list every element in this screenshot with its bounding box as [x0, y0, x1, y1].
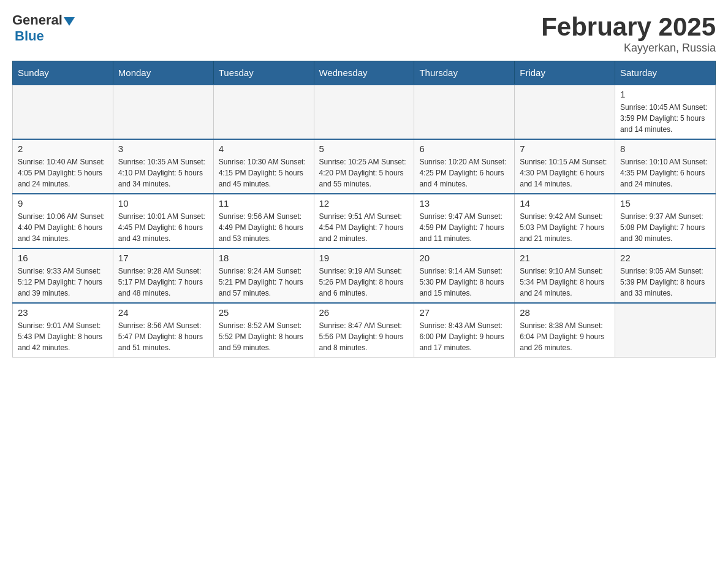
day-number: 9 [18, 198, 108, 209]
day-info: Sunrise: 9:42 AM Sunset: 5:03 PM Dayligh… [520, 211, 610, 244]
day-number: 10 [118, 198, 208, 209]
day-number: 23 [18, 307, 108, 318]
day-info: Sunrise: 8:43 AM Sunset: 6:00 PM Dayligh… [419, 320, 509, 353]
day-info: Sunrise: 9:51 AM Sunset: 4:54 PM Dayligh… [319, 211, 409, 244]
day-number: 27 [419, 307, 509, 318]
calendar-day-cell: 22Sunrise: 9:05 AM Sunset: 5:39 PM Dayli… [615, 248, 716, 303]
day-info: Sunrise: 8:47 AM Sunset: 5:56 PM Dayligh… [319, 320, 409, 353]
calendar-day-cell: 16Sunrise: 9:33 AM Sunset: 5:12 PM Dayli… [13, 248, 113, 303]
calendar-day-cell [314, 85, 414, 139]
day-number: 6 [419, 144, 509, 154]
calendar-week-row: 23Sunrise: 9:01 AM Sunset: 5:43 PM Dayli… [13, 303, 716, 358]
day-number: 5 [319, 144, 409, 154]
day-info: Sunrise: 10:10 AM Sunset: 4:35 PM Daylig… [620, 156, 710, 190]
day-number: 18 [219, 253, 309, 263]
calendar-day-cell [615, 303, 716, 358]
day-info: Sunrise: 10:40 AM Sunset: 4:05 PM Daylig… [18, 156, 108, 190]
day-info: Sunrise: 9:47 AM Sunset: 4:59 PM Dayligh… [419, 211, 509, 244]
day-number: 19 [319, 253, 409, 263]
calendar-day-cell: 6Sunrise: 10:20 AM Sunset: 4:25 PM Dayli… [414, 139, 515, 194]
calendar-day-cell: 3Sunrise: 10:35 AM Sunset: 4:10 PM Dayli… [113, 139, 213, 194]
day-number: 21 [520, 253, 610, 263]
calendar-day-cell: 27Sunrise: 8:43 AM Sunset: 6:00 PM Dayli… [414, 303, 515, 358]
calendar-day-cell: 25Sunrise: 8:52 AM Sunset: 5:52 PM Dayli… [213, 303, 314, 358]
day-of-week-header: Saturday [615, 61, 716, 85]
day-info: Sunrise: 10:35 AM Sunset: 4:10 PM Daylig… [118, 156, 208, 190]
logo-triangle-icon [64, 17, 75, 26]
day-number: 16 [18, 253, 108, 263]
calendar-day-cell: 24Sunrise: 8:56 AM Sunset: 5:47 PM Dayli… [113, 303, 213, 358]
calendar-week-row: 16Sunrise: 9:33 AM Sunset: 5:12 PM Dayli… [13, 248, 716, 303]
page-header: General Blue February 2025 Kayyerkan, Ru… [12, 12, 716, 55]
day-number: 4 [219, 144, 309, 154]
calendar-day-cell: 19Sunrise: 9:19 AM Sunset: 5:26 PM Dayli… [314, 248, 414, 303]
day-info: Sunrise: 8:38 AM Sunset: 6:04 PM Dayligh… [520, 320, 610, 353]
day-number: 24 [118, 307, 208, 318]
day-number: 15 [620, 198, 710, 209]
day-info: Sunrise: 9:33 AM Sunset: 5:12 PM Dayligh… [18, 266, 108, 299]
calendar-day-cell: 12Sunrise: 9:51 AM Sunset: 4:54 PM Dayli… [314, 194, 414, 248]
day-info: Sunrise: 9:28 AM Sunset: 5:17 PM Dayligh… [118, 266, 208, 299]
day-info: Sunrise: 10:15 AM Sunset: 4:30 PM Daylig… [520, 156, 610, 190]
day-number: 3 [118, 144, 208, 154]
day-number: 20 [419, 253, 509, 263]
logo-blue-text: Blue [15, 28, 44, 44]
calendar-day-cell [13, 85, 113, 139]
day-info: Sunrise: 9:14 AM Sunset: 5:30 PM Dayligh… [419, 266, 509, 299]
day-number: 17 [118, 253, 208, 263]
calendar-day-cell: 20Sunrise: 9:14 AM Sunset: 5:30 PM Dayli… [414, 248, 515, 303]
day-number: 7 [520, 144, 610, 154]
calendar-day-cell: 9Sunrise: 10:06 AM Sunset: 4:40 PM Dayli… [13, 194, 113, 248]
day-info: Sunrise: 9:05 AM Sunset: 5:39 PM Dayligh… [620, 266, 710, 299]
day-info: Sunrise: 8:56 AM Sunset: 5:47 PM Dayligh… [118, 320, 208, 353]
logo: General Blue [12, 12, 75, 44]
calendar-day-cell: 13Sunrise: 9:47 AM Sunset: 4:59 PM Dayli… [414, 194, 515, 248]
day-number: 28 [520, 307, 610, 318]
calendar-week-row: 9Sunrise: 10:06 AM Sunset: 4:40 PM Dayli… [13, 194, 716, 248]
calendar-day-cell: 2Sunrise: 10:40 AM Sunset: 4:05 PM Dayli… [13, 139, 113, 194]
day-number: 14 [520, 198, 610, 209]
day-info: Sunrise: 9:19 AM Sunset: 5:26 PM Dayligh… [319, 266, 409, 299]
day-of-week-header: Wednesday [314, 61, 414, 85]
day-number: 12 [319, 198, 409, 209]
calendar-week-row: 1Sunrise: 10:45 AM Sunset: 3:59 PM Dayli… [13, 85, 716, 139]
day-of-week-header: Thursday [414, 61, 515, 85]
day-info: Sunrise: 10:25 AM Sunset: 4:20 PM Daylig… [319, 156, 409, 190]
day-of-week-header: Tuesday [213, 61, 314, 85]
location-text: Kayyerkan, Russia [541, 42, 716, 55]
calendar-day-cell: 18Sunrise: 9:24 AM Sunset: 5:21 PM Dayli… [213, 248, 314, 303]
month-title: February 2025 [541, 12, 716, 42]
day-number: 8 [620, 144, 710, 154]
title-section: February 2025 Kayyerkan, Russia [541, 12, 716, 55]
day-info: Sunrise: 9:24 AM Sunset: 5:21 PM Dayligh… [219, 266, 309, 299]
day-of-week-header: Monday [113, 61, 213, 85]
calendar-day-cell: 11Sunrise: 9:56 AM Sunset: 4:49 PM Dayli… [213, 194, 314, 248]
calendar-header-row: SundayMondayTuesdayWednesdayThursdayFrid… [13, 61, 716, 85]
calendar-day-cell: 17Sunrise: 9:28 AM Sunset: 5:17 PM Dayli… [113, 248, 213, 303]
calendar-day-cell: 10Sunrise: 10:01 AM Sunset: 4:45 PM Dayl… [113, 194, 213, 248]
day-number: 22 [620, 253, 710, 263]
day-info: Sunrise: 10:06 AM Sunset: 4:40 PM Daylig… [18, 211, 108, 244]
calendar-day-cell: 1Sunrise: 10:45 AM Sunset: 3:59 PM Dayli… [615, 85, 716, 139]
calendar-day-cell: 15Sunrise: 9:37 AM Sunset: 5:08 PM Dayli… [615, 194, 716, 248]
day-of-week-header: Sunday [13, 61, 113, 85]
day-number: 13 [419, 198, 509, 209]
day-info: Sunrise: 9:56 AM Sunset: 4:49 PM Dayligh… [219, 211, 309, 244]
logo-general-text: General [12, 12, 63, 28]
day-info: Sunrise: 10:30 AM Sunset: 4:15 PM Daylig… [219, 156, 309, 190]
calendar-day-cell [515, 85, 615, 139]
calendar-day-cell: 8Sunrise: 10:10 AM Sunset: 4:35 PM Dayli… [615, 139, 716, 194]
calendar-day-cell [213, 85, 314, 139]
calendar-day-cell: 4Sunrise: 10:30 AM Sunset: 4:15 PM Dayli… [213, 139, 314, 194]
day-info: Sunrise: 10:01 AM Sunset: 4:45 PM Daylig… [118, 211, 208, 244]
day-info: Sunrise: 9:37 AM Sunset: 5:08 PM Dayligh… [620, 211, 710, 244]
calendar-day-cell [414, 85, 515, 139]
calendar-day-cell [113, 85, 213, 139]
calendar-day-cell: 7Sunrise: 10:15 AM Sunset: 4:30 PM Dayli… [515, 139, 615, 194]
day-info: Sunrise: 8:52 AM Sunset: 5:52 PM Dayligh… [219, 320, 309, 353]
calendar-day-cell: 21Sunrise: 9:10 AM Sunset: 5:34 PM Dayli… [515, 248, 615, 303]
day-number: 26 [319, 307, 409, 318]
day-number: 1 [620, 89, 710, 99]
calendar-day-cell: 28Sunrise: 8:38 AM Sunset: 6:04 PM Dayli… [515, 303, 615, 358]
day-info: Sunrise: 10:20 AM Sunset: 4:25 PM Daylig… [419, 156, 509, 190]
